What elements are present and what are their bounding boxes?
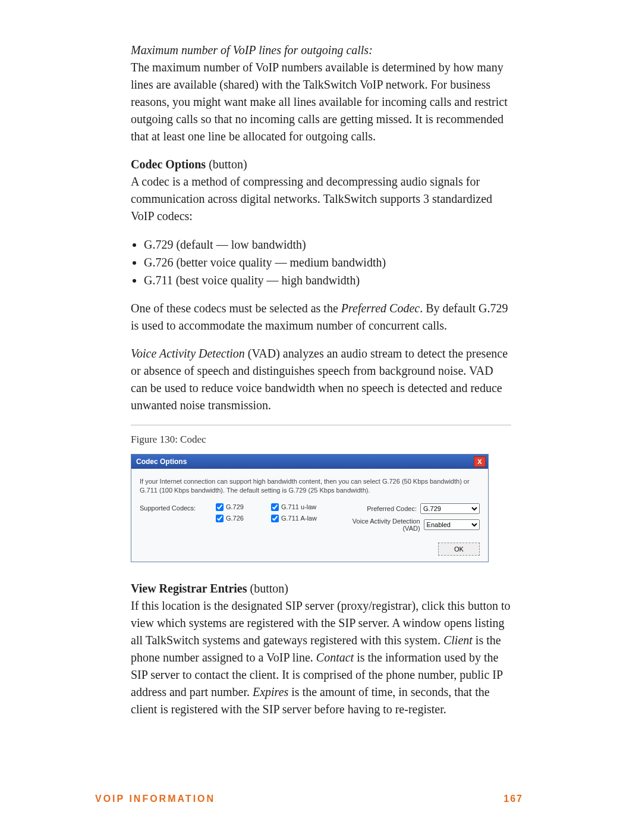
section-max-voip-lines: Maximum number of VoIP lines for outgoin… <box>131 42 511 145</box>
heading-codec-options: Codec Options <box>131 158 206 171</box>
section-codec-options: Codec Options (button) A codec is a meth… <box>131 156 511 225</box>
dialog-selects-col: Preferred Codec: G.729 Voice Activity De… <box>338 503 480 532</box>
supported-codecs-label: Supported Codecs: <box>140 503 205 512</box>
codec-checkbox-g729[interactable]: G.729 <box>216 503 260 511</box>
codec-checkbox-g711a[interactable]: G.711 A-law <box>271 515 328 522</box>
close-icon[interactable]: X <box>474 456 486 467</box>
heading-view-registrar: View Registrar Entries <box>131 582 247 595</box>
footer-page-number: 167 <box>503 794 523 804</box>
vad-label: Voice Activity Detection (VAD) <box>338 518 420 532</box>
text-vad: Voice Activity Detection (VAD) analyzes … <box>131 345 511 414</box>
vad-row: Voice Activity Detection (VAD) Enabled <box>338 518 480 532</box>
dialog-content-row: Supported Codecs: G.729 G.726 G.711 u-la… <box>140 503 480 532</box>
dialog-title: Codec Options <box>136 457 187 466</box>
heading-view-registrar-tail: (button) <box>247 582 288 595</box>
figure-rule <box>131 425 511 425</box>
text-codec-intro: A codec is a method of compressing and d… <box>131 175 492 222</box>
dialog-explain: If your Internet connection can support … <box>140 477 480 495</box>
page-footer: VOIP INFORMATION 167 <box>95 794 523 804</box>
codec-checkbox-g726[interactable]: G.726 <box>216 515 260 522</box>
codec-options-dialog: Codec Options X If your Internet connect… <box>131 454 489 562</box>
dialog-ok-row: OK <box>140 543 480 556</box>
checkbox-g711a[interactable] <box>271 515 279 522</box>
codec-checkbox-g711u[interactable]: G.711 u-law <box>271 503 328 511</box>
codec-bullet: G.729 (default — low bandwidth) <box>144 236 511 253</box>
checkbox-g711u[interactable] <box>271 503 279 511</box>
checkbox-g726[interactable] <box>216 515 224 522</box>
footer-section-title: VOIP INFORMATION <box>95 794 215 804</box>
ok-button[interactable]: OK <box>438 543 480 556</box>
checkbox-g729[interactable] <box>216 503 224 511</box>
codec-bullet-list: G.729 (default — low bandwidth) G.726 (b… <box>131 236 511 289</box>
heading-max-voip-lines: Maximum number of VoIP lines for outgoin… <box>131 43 373 57</box>
preferred-codec-select[interactable]: G.729 <box>420 503 480 514</box>
codec-checkbox-col-2: G.711 u-law G.711 A-law <box>271 503 328 522</box>
dialog-titlebar: Codec Options X <box>131 455 488 469</box>
dialog-body: If your Internet connection can support … <box>131 469 488 562</box>
codec-bullet: G.711 (best voice quality — high bandwid… <box>144 271 511 289</box>
codec-bullet: G.726 (better voice quality — medium ban… <box>144 253 511 271</box>
figure-caption: Figure 130: Codec <box>131 434 511 446</box>
text-preferred-codec: One of these codecs must be selected as … <box>131 300 511 334</box>
document-page: Maximum number of VoIP lines for outgoin… <box>0 0 642 840</box>
preferred-codec-row: Preferred Codec: G.729 <box>338 503 480 514</box>
preferred-codec-label: Preferred Codec: <box>367 505 417 512</box>
vad-select[interactable]: Enabled <box>424 519 480 530</box>
heading-codec-options-tail: (button) <box>206 158 247 171</box>
section-view-registrar: View Registrar Entries (button) If this … <box>131 580 511 718</box>
codec-checkbox-col-1: G.729 G.726 <box>216 503 260 522</box>
text-max-voip-lines: The maximum number of VoIP numbers avail… <box>131 61 508 143</box>
